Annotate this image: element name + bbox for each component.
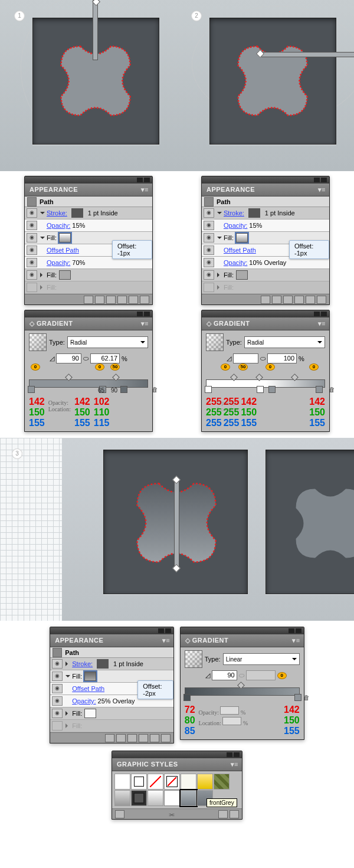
trash-icon[interactable] bbox=[317, 296, 326, 304]
close-icon[interactable] bbox=[321, 178, 327, 182]
visibility-toggle[interactable]: ◉ bbox=[27, 270, 37, 280]
visibility-toggle[interactable]: ◉ bbox=[27, 208, 37, 218]
visibility-toggle[interactable] bbox=[52, 721, 63, 731]
visibility-toggle[interactable] bbox=[27, 283, 37, 292]
collapse-icon[interactable] bbox=[227, 752, 232, 757]
panel-menu-icon[interactable]: ▾≡ bbox=[231, 758, 238, 771]
fill-row-2[interactable]: ◉Fill: bbox=[50, 707, 173, 720]
disclosure-icon[interactable] bbox=[217, 237, 222, 241]
trash-icon[interactable] bbox=[140, 296, 149, 304]
panel-menu-icon[interactable]: ▾≡ bbox=[141, 184, 149, 196]
gradient-annotator-handle[interactable] bbox=[93, 0, 98, 60]
trash-stop-icon[interactable]: 🗑 bbox=[152, 386, 158, 393]
trash-icon[interactable] bbox=[161, 734, 171, 742]
disclosure-icon[interactable] bbox=[217, 285, 222, 290]
gradient-preview[interactable] bbox=[206, 333, 224, 351]
close-icon[interactable] bbox=[321, 312, 327, 316]
target-row[interactable]: Path bbox=[25, 196, 152, 207]
style-swatch-selected[interactable] bbox=[181, 790, 196, 806]
style-swatch[interactable] bbox=[114, 774, 130, 790]
visibility-toggle[interactable]: ◉ bbox=[52, 672, 63, 681]
style-swatch[interactable] bbox=[164, 790, 180, 806]
new-stroke-icon[interactable] bbox=[95, 296, 104, 304]
opacity-link[interactable]: Opacity: bbox=[224, 259, 247, 266]
fill-swatch[interactable] bbox=[59, 270, 71, 280]
trash-stop-icon[interactable]: 🗑 bbox=[303, 694, 310, 701]
collapse-icon[interactable] bbox=[314, 178, 320, 182]
fill-swatch[interactable] bbox=[236, 270, 248, 280]
fill-row-dim[interactable]: Fill: bbox=[202, 281, 329, 294]
close-icon[interactable] bbox=[144, 178, 150, 182]
fx-icon[interactable] bbox=[106, 296, 116, 304]
stroke-row[interactable]: ◉Stroke:1 pt Inside bbox=[50, 658, 173, 670]
disclosure-icon[interactable] bbox=[40, 237, 45, 241]
disclosure-icon[interactable] bbox=[65, 711, 70, 716]
fill-row-dim[interactable]: Fill: bbox=[50, 720, 173, 732]
clear-icon[interactable] bbox=[294, 296, 304, 304]
duplicate-icon[interactable] bbox=[150, 734, 159, 742]
opacity-link[interactable]: Opacity: bbox=[72, 697, 96, 705]
style-swatch[interactable] bbox=[181, 774, 196, 790]
collapse-icon[interactable] bbox=[137, 178, 143, 182]
color-stop[interactable] bbox=[28, 386, 35, 393]
close-icon[interactable] bbox=[165, 628, 171, 633]
type-select[interactable]: Radial bbox=[67, 336, 148, 348]
gradient-annotator-handle[interactable] bbox=[174, 479, 179, 569]
target-row[interactable]: Path bbox=[202, 196, 329, 207]
target-row[interactable]: Path bbox=[50, 647, 173, 658]
fx-icon[interactable] bbox=[127, 734, 137, 742]
type-select[interactable]: Radial bbox=[244, 336, 325, 348]
color-stop[interactable] bbox=[316, 386, 323, 393]
collapse-icon[interactable] bbox=[289, 628, 294, 633]
angle-input[interactable]: 90 bbox=[212, 670, 237, 680]
visibility-toggle[interactable]: ◉ bbox=[52, 709, 63, 718]
gradient-slider[interactable]: 🗑 bbox=[206, 379, 325, 388]
visibility-toggle[interactable] bbox=[204, 283, 214, 292]
fill-swatch[interactable] bbox=[84, 709, 96, 718]
style-swatch[interactable] bbox=[131, 790, 147, 806]
stroke-swatch[interactable] bbox=[248, 208, 260, 218]
disclosure-icon[interactable] bbox=[65, 661, 70, 666]
stroke-link[interactable]: Stroke: bbox=[47, 209, 67, 217]
trash-stop-icon[interactable]: 🗑 bbox=[329, 386, 335, 393]
visibility-toggle[interactable]: ◉ bbox=[204, 258, 214, 267]
opacity-link[interactable]: Opacity: bbox=[47, 259, 70, 266]
disclosure-icon[interactable] bbox=[65, 675, 70, 680]
style-swatch[interactable] bbox=[131, 774, 147, 790]
new-fill-icon[interactable] bbox=[84, 296, 93, 304]
new-fill-icon[interactable] bbox=[261, 296, 270, 304]
opacity-row[interactable]: ◉Opacity:15% bbox=[25, 220, 152, 232]
visibility-toggle[interactable]: ◉ bbox=[52, 659, 63, 669]
gradient-slider[interactable]: 65 90 🗑 bbox=[29, 379, 148, 388]
fill-row-dim[interactable]: Fill: bbox=[25, 281, 152, 294]
aspect-input[interactable]: 100 bbox=[267, 353, 297, 363]
color-stop[interactable] bbox=[183, 694, 191, 701]
disclosure-icon[interactable] bbox=[40, 212, 45, 217]
new-stroke-icon[interactable] bbox=[272, 296, 281, 304]
visibility-toggle[interactable]: ◉ bbox=[52, 696, 63, 706]
style-swatch[interactable] bbox=[214, 774, 230, 790]
style-swatch[interactable] bbox=[114, 790, 130, 806]
panel-menu-icon[interactable]: ▾≡ bbox=[292, 634, 300, 647]
style-swatch[interactable] bbox=[148, 790, 163, 806]
visibility-toggle[interactable]: ◉ bbox=[204, 245, 214, 255]
opacity-link[interactable]: Opacity: bbox=[47, 222, 70, 229]
clear-icon[interactable] bbox=[117, 296, 127, 304]
gradient-slider[interactable]: 🗑 bbox=[185, 687, 300, 696]
visibility-toggle[interactable]: ◉ bbox=[204, 208, 214, 218]
libraries-icon[interactable] bbox=[115, 810, 124, 818]
disclosure-icon[interactable] bbox=[40, 273, 45, 277]
visibility-toggle[interactable]: ◉ bbox=[52, 684, 63, 693]
collapse-icon[interactable] bbox=[158, 628, 164, 633]
panel-menu-icon[interactable]: ▾≡ bbox=[141, 317, 149, 330]
fill-swatch[interactable] bbox=[59, 233, 71, 243]
visibility-toggle[interactable]: ◉ bbox=[27, 258, 37, 267]
fill-row-2[interactable]: ◉Fill: bbox=[25, 269, 152, 281]
offset-path-link[interactable]: Offset Path bbox=[47, 247, 79, 254]
visibility-toggle[interactable]: ◉ bbox=[204, 270, 214, 280]
trash-icon[interactable] bbox=[230, 810, 239, 818]
opacity-link[interactable]: Opacity: bbox=[224, 222, 247, 229]
duplicate-icon[interactable] bbox=[129, 296, 138, 304]
style-swatch[interactable] bbox=[164, 774, 180, 790]
gradient-preview[interactable] bbox=[29, 333, 47, 351]
